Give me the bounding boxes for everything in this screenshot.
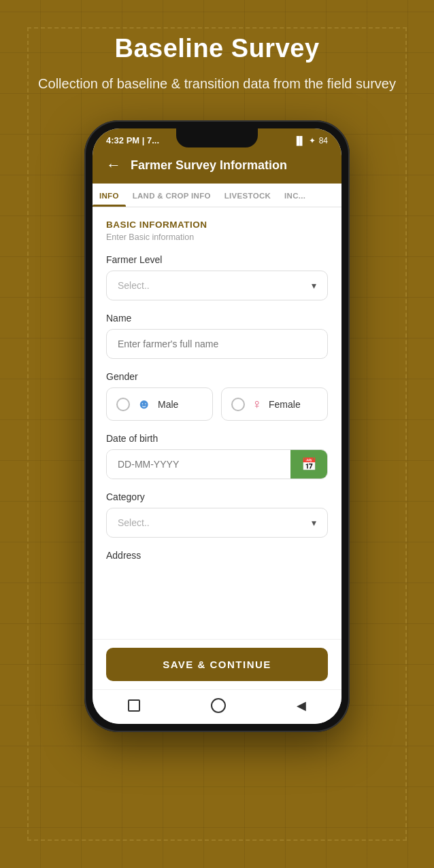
- section-title: BASIC INFORMATION: [106, 220, 328, 230]
- app-header-title: Farmer Survey Information: [131, 158, 287, 173]
- dob-input-row: 📅: [106, 449, 328, 479]
- page-header: Baseline Survey Collection of baseline &…: [0, 0, 434, 114]
- calendar-button[interactable]: 📅: [290, 450, 327, 479]
- status-icons: ▐▌ ✦ 84: [294, 136, 328, 145]
- phone-mockup: 4:32 PM | 7... ▐▌ ✦ 84 ← Farmer Survey I…: [0, 120, 434, 732]
- gender-female-option[interactable]: ♀ Female: [221, 387, 328, 421]
- phone-screen: 4:32 PM | 7... ▐▌ ✦ 84 ← Farmer Survey I…: [93, 128, 341, 724]
- farmer-level-field: Farmer Level Select.. ▾: [106, 254, 328, 300]
- name-input[interactable]: [106, 329, 328, 359]
- back-button[interactable]: ←: [106, 156, 121, 174]
- page-title: Baseline Survey: [27, 34, 407, 63]
- gender-label: Gender: [106, 371, 328, 382]
- dob-input[interactable]: [107, 450, 290, 479]
- form-scroll-area[interactable]: BASIC INFORMATION Enter Basic informatio…: [93, 207, 341, 639]
- wifi-icon: ✦: [309, 136, 316, 145]
- save-button-container: SAVE & CONTINUE: [93, 639, 341, 689]
- tab-info[interactable]: INFO: [93, 184, 126, 207]
- app-header: ← Farmer Survey Information: [93, 150, 341, 184]
- signal-icon: ▐▌: [294, 136, 305, 145]
- calendar-icon: 📅: [301, 457, 316, 472]
- tab-bar: INFO LAND & CROP INFO LIVESTOCK INC...: [93, 184, 341, 207]
- female-icon: ♀: [252, 396, 262, 412]
- farmer-level-placeholder: Select..: [118, 280, 150, 291]
- gender-male-option[interactable]: ☻ Male: [106, 387, 213, 421]
- farmer-level-select[interactable]: Select.. ▾: [106, 271, 328, 300]
- save-continue-button[interactable]: SAVE & CONTINUE: [106, 648, 328, 681]
- gender-male-label: Male: [158, 399, 178, 410]
- nav-back-circle-icon[interactable]: [211, 698, 226, 713]
- section-subtitle: Enter Basic information: [106, 232, 328, 242]
- nav-back-triangle-icon[interactable]: ◀: [297, 698, 306, 713]
- dob-field: Date of birth 📅: [106, 433, 328, 479]
- male-icon: ☻: [137, 396, 151, 412]
- bottom-nav-bar: ◀: [93, 689, 341, 724]
- address-field: Address: [106, 550, 328, 561]
- gender-field: Gender ☻ Male ♀ Female: [106, 371, 328, 421]
- gender-female-radio[interactable]: [231, 398, 245, 411]
- chevron-down-icon: ▾: [312, 280, 316, 291]
- category-select[interactable]: Select.. ▾: [106, 508, 328, 538]
- gender-female-label: Female: [269, 399, 301, 410]
- category-placeholder: Select..: [118, 517, 150, 528]
- category-label: Category: [106, 491, 328, 502]
- tab-livestock[interactable]: LIVESTOCK: [218, 184, 278, 207]
- chevron-down-icon-2: ▾: [312, 517, 316, 528]
- nav-home-icon[interactable]: [128, 699, 140, 712]
- address-label: Address: [106, 550, 328, 561]
- battery-icon: 84: [319, 136, 328, 145]
- name-field: Name: [106, 313, 328, 359]
- category-field: Category Select.. ▾: [106, 491, 328, 538]
- basic-info-section: BASIC INFORMATION Enter Basic informatio…: [93, 207, 341, 585]
- phone-notch: [176, 128, 258, 147]
- name-label: Name: [106, 313, 328, 324]
- tab-income[interactable]: INC...: [278, 184, 312, 207]
- page-subtitle: Collection of baseline & transition data…: [27, 74, 407, 93]
- dob-label: Date of birth: [106, 433, 328, 444]
- phone-frame: 4:32 PM | 7... ▐▌ ✦ 84 ← Farmer Survey I…: [84, 120, 350, 732]
- gender-options-row: ☻ Male ♀ Female: [106, 387, 328, 421]
- farmer-level-label: Farmer Level: [106, 254, 328, 265]
- gender-male-radio[interactable]: [116, 398, 130, 411]
- status-time: 4:32 PM | 7...: [106, 135, 159, 145]
- tab-land-crop[interactable]: LAND & CROP INFO: [126, 184, 218, 207]
